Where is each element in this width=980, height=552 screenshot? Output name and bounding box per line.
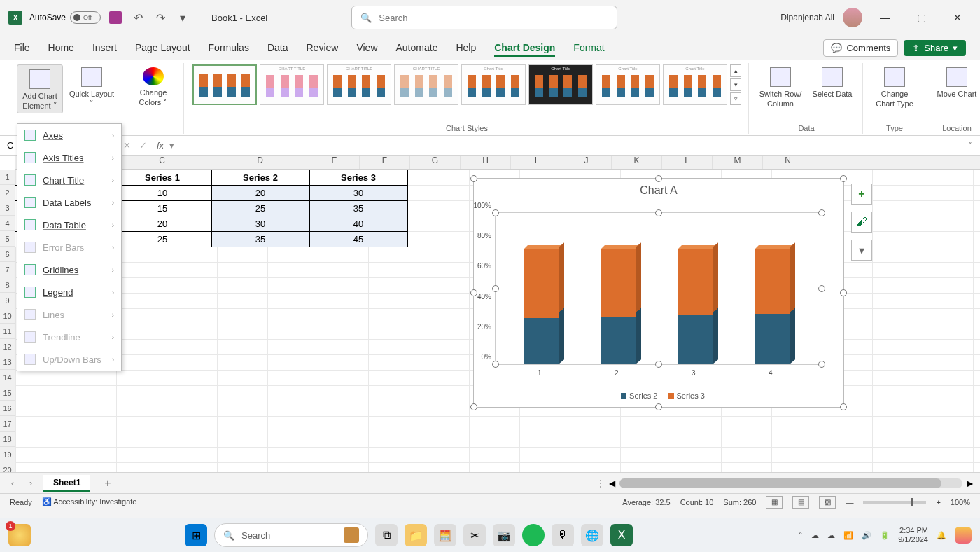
row-hdr[interactable]: 8 [0,277,15,293]
gallery-up[interactable]: ▴ [730,64,741,77]
redo-button[interactable]: ↷ [153,10,168,25]
row-hdr[interactable]: 5 [0,231,15,247]
page-break-view-button[interactable]: ▧ [819,496,836,509]
maximize-button[interactable]: ▢ [907,7,935,28]
horizontal-scrollbar[interactable] [620,478,962,488]
quick-layout-button[interactable]: Quick Layout ˅ [69,64,115,109]
row-hdr[interactable]: 18 [0,432,15,447]
menu-data-labels[interactable]: Data Labels› [18,191,121,214]
spotify-icon[interactable] [522,524,545,546]
row-hdr[interactable]: 15 [0,385,15,401]
expand-formula-bar[interactable]: ˅ [961,140,980,151]
chart-object[interactable]: Chart A 0%20%40%60%80%100% 1234 Series 2… [473,178,844,408]
chart-filters-button[interactable]: ▾ [851,240,872,261]
chart-styles-button[interactable]: 🖌 [851,212,872,233]
row-hdr[interactable]: 2 [0,185,15,200]
tab-chart-design[interactable]: Chart Design [494,42,555,53]
undo-button[interactable]: ↶ [130,10,146,25]
onedrive-icon[interactable]: ☁ [811,531,819,540]
gallery-more[interactable]: ▿ [730,92,741,105]
sheet-nav-next[interactable]: › [25,478,36,488]
col-hdr[interactable]: D [211,156,309,169]
sheet-nav-prev[interactable]: ‹ [7,478,18,488]
row-hdr[interactable]: 4 [0,216,15,231]
tab-home[interactable]: Home [48,42,74,53]
row-hdr[interactable]: 7 [0,262,15,277]
tab-formulas[interactable]: Formulas [209,42,249,53]
zoom-in[interactable]: + [936,498,940,506]
tab-file[interactable]: File [14,42,30,53]
user-avatar[interactable] [843,8,862,27]
switch-row-column-button[interactable]: Switch Row/ Column [757,64,804,109]
row-hdr[interactable]: 17 [0,416,15,432]
row-hdr[interactable]: 9 [0,293,15,308]
weather-icon[interactable]: ☁ [827,531,835,540]
enter-formula[interactable]: ✓ [135,140,151,151]
col-hdr[interactable]: J [561,156,612,169]
move-chart-button[interactable]: Move Chart [934,64,980,99]
row-hdr[interactable]: 3 [0,200,15,216]
camera-icon[interactable]: 📷 [493,524,515,546]
row-hdr[interactable]: 12 [0,339,15,354]
tray-app-icon[interactable] [955,527,972,544]
row-hdr[interactable]: 13 [0,354,15,370]
save-button[interactable] [108,10,123,25]
chart-bar[interactable] [601,245,636,364]
tab-insert[interactable]: Insert [92,42,117,53]
row-hdr[interactable]: 11 [0,324,15,339]
col-hdr[interactable]: M [713,156,763,169]
col-hdr[interactable]: I [511,156,561,169]
page-layout-view-button[interactable]: ▤ [792,496,809,509]
file-explorer-icon[interactable]: 📁 [405,524,427,546]
zoom-out[interactable]: — [846,498,853,506]
chart-style-3[interactable]: CHART TITLE [327,64,391,105]
formula-dropdown[interactable]: ▾ [169,140,174,151]
row-hdr[interactable]: 1 [0,170,15,185]
menu-axis-titles[interactable]: Axis Titles› [18,146,121,169]
col-hdr[interactable]: N [763,156,813,169]
chart-style-1[interactable] [192,64,257,105]
col-hdr[interactable]: F [360,156,410,169]
scroll-left[interactable]: ◀ [609,478,615,488]
microphone-icon[interactable]: 🎙 [552,524,574,546]
row-hdr[interactable]: 14 [0,370,15,385]
col-hdr[interactable]: L [662,156,713,169]
accessibility-status[interactable]: ♿ Accessibility: Investigate [42,497,137,506]
tab-view[interactable]: View [356,42,377,53]
chart-bar[interactable] [755,245,790,364]
scroll-right[interactable]: ▶ [967,478,973,488]
comments-button[interactable]: 💬Comments [823,39,898,57]
chart-bar[interactable] [678,245,713,364]
col-hdr[interactable]: K [612,156,662,169]
zoom-level[interactable]: 100% [951,498,970,506]
search-input[interactable]: 🔍 Search [351,6,617,29]
new-sheet-button[interactable]: + [97,477,118,490]
col-hdr[interactable]: G [410,156,461,169]
close-button[interactable]: ✕ [944,7,972,28]
chart-style-7[interactable]: Chart Title [596,64,660,105]
change-chart-type-button[interactable]: Change Chart Type [872,64,918,109]
chart-style-5[interactable]: Chart Title [461,64,526,105]
start-button[interactable]: ⊞ [185,524,207,546]
chart-style-4[interactable]: CHART TITLE [394,64,458,105]
table-header[interactable]: Series 3 [309,170,407,186]
fx-button[interactable]: fx [151,140,169,151]
task-view-icon[interactable]: ⧉ [375,524,398,546]
worksheet[interactable]: B C D E F G H I J K L M N 12345678910111… [0,156,980,472]
tab-help[interactable]: Help [456,42,476,53]
plot-area[interactable]: 0%20%40%60%80%100% 1234 [495,212,822,365]
table-header[interactable]: Series 1 [113,170,211,186]
share-button[interactable]: ⇪Share ▾ [904,40,966,56]
zoom-slider[interactable] [863,501,926,504]
tab-review[interactable]: Review [307,42,339,53]
row-hdr[interactable]: 10 [0,308,15,324]
table-header[interactable]: Series 2 [211,170,309,186]
menu-legend[interactable]: Legend› [18,281,121,303]
row-hdr[interactable]: 6 [0,247,15,262]
tab-data[interactable]: Data [267,42,288,53]
calculator-icon[interactable]: 🧮 [434,524,456,546]
sheet-tab-sheet1[interactable]: Sheet1 [43,475,90,492]
gallery-down[interactable]: ▾ [730,78,741,91]
menu-gridlines[interactable]: Gridlines› [18,258,121,281]
wifi-icon[interactable]: 📶 [844,531,853,540]
